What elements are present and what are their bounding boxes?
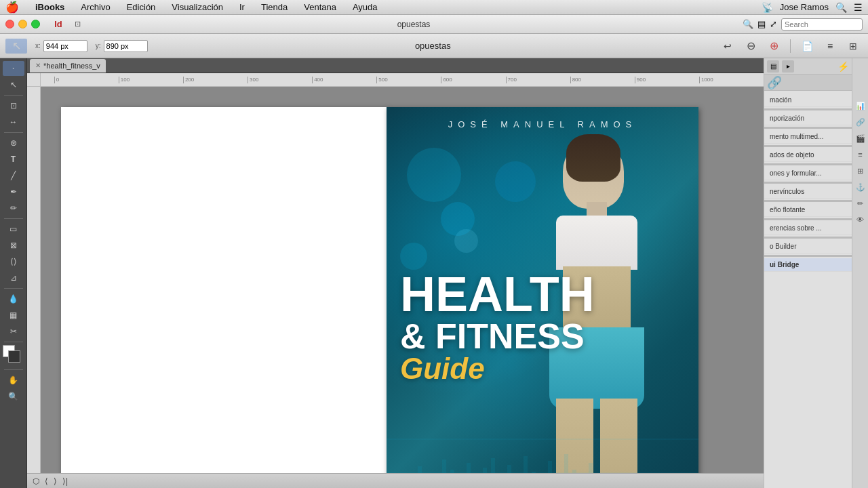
menu-visualizacion[interactable]: Visualización: [169, 2, 226, 12]
pencil-tool[interactable]: ✏: [3, 201, 24, 216]
panel-item-informacion[interactable]: mación: [764, 94, 852, 107]
selection-tool[interactable]: ⬝: [3, 61, 24, 76]
tab-label: *health_fitness_v: [43, 62, 100, 70]
free-transform[interactable]: ⟨⟩: [3, 254, 24, 269]
shape-tool[interactable]: ▭: [3, 222, 24, 237]
panel-item-label: erencias sobre ...: [770, 224, 822, 232]
menu-ventana[interactable]: Ventana: [301, 2, 339, 12]
ruler-horizontal: 0 100 200 300 400 500 600 700 800 900 10…: [41, 73, 764, 87]
pen-tool[interactable]: ✒: [3, 184, 24, 199]
text-tool[interactable]: T: [3, 152, 24, 167]
gradient-tool[interactable]: ▦: [3, 308, 24, 323]
panel-item-builder[interactable]: o Builder: [764, 240, 852, 253]
sidebar-eye-icon[interactable]: 👁: [854, 213, 867, 226]
back-button[interactable]: ↩: [718, 37, 737, 56]
line-tool[interactable]: ╱: [3, 168, 24, 183]
window-title: opuestas: [90, 20, 737, 29]
expand-icon[interactable]: ⤢: [770, 19, 777, 29]
svg-rect-21: [532, 472, 536, 473]
svg-rect-15: [483, 468, 487, 473]
scissors-tool[interactable]: ✂: [3, 324, 24, 339]
y-field[interactable]: [104, 40, 148, 52]
sidebar-chart-icon[interactable]: 📊: [854, 99, 867, 113]
cover-fitness-text: & FITNESS: [400, 319, 597, 354]
shear-tool[interactable]: ⊿: [3, 270, 24, 285]
direct-select-tool[interactable]: ↖: [3, 77, 24, 92]
search-input[interactable]: [781, 18, 863, 30]
tab-close-icon[interactable]: ✕: [35, 62, 41, 69]
cover-health-text: HEALTH: [400, 270, 597, 319]
panel-options-btn[interactable]: ▤: [767, 60, 779, 73]
panel-separator-7: [764, 218, 852, 220]
links-icon[interactable]: 🔗: [767, 75, 782, 90]
search-icon[interactable]: 🔍: [835, 2, 847, 13]
hand-tool[interactable]: ✋: [3, 373, 24, 388]
panel-item-flotante[interactable]: eño flotante: [764, 203, 852, 217]
list-icon[interactable]: ☰: [854, 2, 863, 13]
menu-tienda[interactable]: Tienda: [258, 2, 290, 12]
status-hex-icon[interactable]: ⬡: [33, 476, 39, 486]
id-icon: Id: [51, 17, 66, 32]
svg-rect-20: [524, 456, 528, 473]
apple-menu[interactable]: 🍎: [5, 1, 19, 14]
list-view-button[interactable]: ≡: [821, 37, 840, 56]
grid-lines: [387, 405, 698, 473]
window-chrome: Id ⊡ opuestas 🔍 ▤ ⤢: [0, 15, 868, 34]
panel-item-multimedia[interactable]: mento multimed...: [764, 130, 852, 144]
menu-ibooks[interactable]: iBooks: [33, 2, 67, 12]
zoom-out-button[interactable]: ⊖: [741, 37, 760, 56]
sidebar-media-icon[interactable]: 🎬: [854, 131, 867, 145]
panel-toggle-btn[interactable]: ▸: [782, 60, 794, 73]
eyedropper-tool[interactable]: 💧: [3, 291, 24, 306]
lightning-icon: ⚡: [837, 61, 849, 72]
panel-item-preferencias[interactable]: erencias sobre ...: [764, 222, 852, 235]
maximize-button[interactable]: [31, 20, 40, 28]
panel-item-label: ones y formular...: [770, 169, 822, 177]
panel-item-label: nervínculos: [770, 188, 804, 195]
bokeh-circle-5: [454, 229, 478, 253]
minimize-button[interactable]: [18, 20, 27, 28]
status-prev-icon[interactable]: ⟨: [45, 476, 48, 486]
x-field[interactable]: [43, 40, 87, 52]
menu-ayuda[interactable]: Ayuda: [350, 2, 380, 12]
bokeh-circle-3: [400, 243, 427, 270]
panel-item-hipervinculos[interactable]: nervínculos: [764, 185, 852, 199]
zoom-tool[interactable]: 🔍: [3, 389, 24, 404]
right-panel-top: ▤ ▸ ⚡: [764, 58, 852, 75]
menu-archivo[interactable]: Archivo: [78, 2, 113, 12]
sidebar-link-icon[interactable]: 🔗: [854, 115, 867, 129]
gap-tool[interactable]: ↔: [3, 115, 24, 129]
frame-tool[interactable]: ⊠: [3, 238, 24, 253]
cursor-tool[interactable]: ↖: [5, 39, 27, 54]
panel-item-bridge[interactable]: ui Bridge: [764, 258, 852, 272]
ruler-corner: [27, 73, 41, 87]
active-tab[interactable]: ✕ *health_fitness_v: [30, 59, 106, 73]
page-right: JOSÉ MANUEL RAMOS: [387, 107, 698, 473]
sidebar-anchor-icon[interactable]: ⚓: [854, 180, 867, 194]
content-collector[interactable]: ⊛: [3, 136, 24, 150]
panel-toggle-icon[interactable]: ▤: [757, 19, 766, 29]
toolbar: ↖ x: y: opuestas ↩ ⊖ ⊕ 📄 ≡ ⊞: [0, 34, 868, 58]
color-swatches[interactable]: [3, 345, 24, 367]
search-toolbar-icon[interactable]: 🔍: [743, 19, 753, 29]
panel-item-bridge-label: ui Bridge: [770, 261, 799, 268]
status-last-icon[interactable]: ⟩|: [62, 476, 68, 486]
sidebar-brush-icon[interactable]: ✏: [854, 197, 867, 210]
sidebar-grid-icon[interactable]: ⊞: [854, 164, 867, 178]
canvas-content: JOSÉ MANUEL RAMOS: [41, 87, 764, 473]
close-button[interactable]: [5, 20, 14, 28]
status-next-icon[interactable]: ⟩: [54, 476, 57, 486]
panel-item-temporizacion[interactable]: nporización: [764, 112, 852, 125]
panel-separator-5: [764, 182, 852, 184]
canvas-area[interactable]: 0 100 200 300 400 500 600 700 800 900 10…: [27, 73, 764, 473]
page-tool[interactable]: ⊡: [3, 98, 24, 113]
menu-edicion[interactable]: Edición: [124, 2, 159, 12]
sidebar-list-icon[interactable]: ≡: [854, 148, 867, 161]
panel-item-objeto[interactable]: ados de objeto: [764, 148, 852, 162]
menu-ir[interactable]: Ir: [237, 2, 248, 12]
pages-icon[interactable]: 📄: [797, 37, 816, 56]
zoom-in-button[interactable]: ⊕: [764, 37, 783, 56]
panel-item-formularios[interactable]: ones y formular...: [764, 167, 852, 180]
grid-view-button[interactable]: ⊞: [844, 37, 863, 56]
transform-icon[interactable]: ⊡: [70, 17, 85, 32]
